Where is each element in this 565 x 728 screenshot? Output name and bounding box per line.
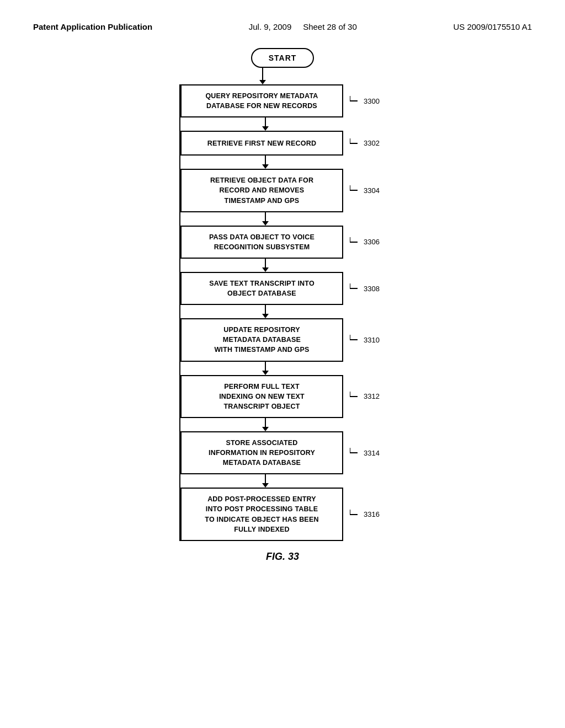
- step-3310-row: UPDATE REPOSITORY METADATA DATABASE WITH…: [180, 318, 412, 361]
- step-3304-ref-number: 3304: [364, 186, 380, 195]
- step-3310-ref-number: 3310: [364, 336, 380, 344]
- step-3304-row: RETRIEVE OBJECT DATA FOR RECORD AND REMO…: [180, 169, 412, 212]
- start-row: START: [150, 48, 415, 68]
- arrow-after-step-3304: [262, 212, 269, 226]
- publication-label: Patent Application Publication: [33, 22, 152, 31]
- step-3300-ref-number: 3300: [364, 97, 380, 105]
- sheet-label: Sheet 28 of 30: [303, 22, 357, 31]
- step-3300-row: QUERY REPOSITORY METADATA DATABASE FOR N…: [180, 84, 412, 117]
- diagram-container: START QUERY REPOSITORY METADATA DATABASE…: [33, 48, 532, 563]
- step-3308-row: SAVE TEXT TRANSCRIPT INTO OBJECT DATABAS…: [180, 272, 412, 305]
- step-3304-box: RETRIEVE OBJECT DATA FOR RECORD AND REMO…: [180, 169, 343, 212]
- step-3306-ref: 3306: [350, 237, 380, 247]
- arrow-after-step-3312: [262, 418, 269, 431]
- step-3314-box: STORE ASSOCIATED INFORMATION IN REPOSITO…: [180, 431, 343, 474]
- step-3306-box: PASS DATA OBJECT TO VOICE RECOGNITION SU…: [180, 226, 343, 259]
- step-3306-ref-number: 3306: [364, 238, 380, 246]
- figure-caption: FIG. 33: [266, 551, 299, 563]
- arrow-after-step-3314: [262, 474, 269, 488]
- step-3304-ref: 3304: [350, 185, 380, 195]
- step-3300-ref: 3300: [350, 96, 380, 106]
- date-label: Jul. 9, 2009: [249, 22, 292, 31]
- arrow-after-step-3300: [262, 117, 269, 131]
- step-3312-ref-number: 3312: [364, 392, 380, 400]
- step-3314-ref: 3314: [350, 448, 380, 458]
- step-3312-box: PERFORM FULL TEXT INDEXING ON NEW TEXT T…: [180, 375, 343, 418]
- header: Patent Application Publication Jul. 9, 2…: [33, 22, 532, 31]
- step-3316-row: ADD POST-PROCESSED ENTRY INTO POST PROCE…: [180, 488, 412, 541]
- step-3308-ref: 3308: [350, 283, 380, 293]
- header-center: Jul. 9, 2009 Sheet 28 of 30: [249, 22, 357, 31]
- step-3316-box: ADD POST-PROCESSED ENTRY INTO POST PROCE…: [180, 488, 343, 541]
- step-3308-ref-number: 3308: [364, 285, 380, 293]
- arrow-after-step-3306: [262, 259, 269, 272]
- step-3302-ref-number: 3302: [364, 139, 380, 147]
- step-3312-row: PERFORM FULL TEXT INDEXING ON NEW TEXT T…: [180, 375, 412, 418]
- arrowhead-from-start: [259, 80, 266, 84]
- step-3302-row: RETRIEVE FIRST NEW RECORD 3302: [180, 131, 412, 156]
- step-3310-ref: 3310: [350, 335, 380, 345]
- left-connector-line: [179, 84, 180, 541]
- step-3314-row: STORE ASSOCIATED INFORMATION IN REPOSITO…: [180, 431, 412, 474]
- flowchart: START QUERY REPOSITORY METADATA DATABASE…: [150, 48, 415, 541]
- step-3302-box: RETRIEVE FIRST NEW RECORD: [180, 131, 343, 156]
- step-3314-ref-number: 3314: [364, 449, 380, 457]
- patent-number: US 2009/0175510 A1: [453, 22, 532, 31]
- page: Patent Application Publication Jul. 9, 2…: [0, 0, 565, 728]
- step-3312-ref: 3312: [350, 392, 380, 402]
- step-3306-row: PASS DATA OBJECT TO VOICE RECOGNITION SU…: [180, 226, 412, 259]
- arrow-after-step-3302: [262, 156, 269, 169]
- arrow-from-start: [262, 68, 263, 80]
- step-3308-box: SAVE TEXT TRANSCRIPT INTO OBJECT DATABAS…: [180, 272, 343, 305]
- step-3300-box: QUERY REPOSITORY METADATA DATABASE FOR N…: [180, 84, 343, 117]
- arrow-after-step-3310: [262, 362, 269, 375]
- step-3316-ref-number: 3316: [364, 510, 380, 518]
- start-oval: START: [251, 48, 315, 68]
- step-3316-ref: 3316: [350, 510, 380, 520]
- step-3310-box: UPDATE REPOSITORY METADATA DATABASE WITH…: [180, 318, 343, 361]
- arrow-after-step-3308: [262, 305, 269, 318]
- step-3302-ref: 3302: [350, 138, 380, 148]
